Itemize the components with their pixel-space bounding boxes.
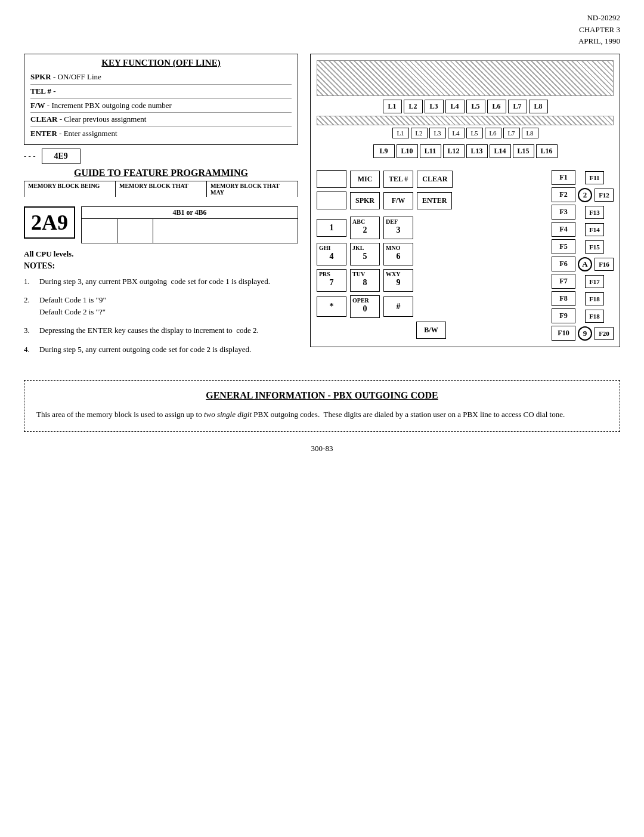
clear-btn[interactable]: CLEAR: [417, 171, 453, 188]
f7-btn[interactable]: F7: [552, 274, 575, 289]
f20-btn[interactable]: F20: [595, 327, 614, 340]
mic-btn[interactable]: MIC: [350, 171, 380, 188]
f9-row: F9 F18: [552, 308, 614, 323]
notes-list: 1. During step 3, any current PBX outgoi…: [24, 276, 298, 356]
l14-btn[interactable]: L14: [490, 144, 511, 158]
general-info-box: GENERAL INFORMATION - PBX OUTGOING CODE …: [24, 380, 620, 431]
l1-btn[interactable]: L1: [383, 100, 402, 113]
l8-btn[interactable]: L8: [529, 100, 548, 113]
kf-key-tel: TEL # -: [30, 87, 56, 95]
hatch-row-mid: [317, 116, 614, 125]
kf-desc-spkr: ON/OFF Line: [58, 72, 101, 81]
note-2-text: Default Code 1 is "9"Default Code 2 is "…: [39, 294, 106, 317]
key-0[interactable]: OPER 0: [350, 295, 380, 318]
display-dashes: - - -: [24, 152, 36, 161]
key-8[interactable]: TUV 8: [350, 269, 380, 292]
keypad-num-row-2: GHI 4 JKL 5 MNO 6: [317, 243, 546, 265]
f-keys-panel: F1 F11 F2 2 F12 F3: [552, 170, 614, 341]
kf-key-clear: CLEAR: [30, 115, 58, 123]
general-info-title: GENERAL INFORMATION - PBX OUTGOING CODE: [36, 390, 608, 401]
key-5-letters: JKL: [352, 245, 364, 251]
f6-btn[interactable]: F6: [552, 257, 575, 271]
f6-row: F6 A F16: [552, 257, 614, 271]
key-4[interactable]: GHI 4: [317, 243, 346, 265]
small-l4-btn[interactable]: L4: [448, 128, 465, 138]
key-6[interactable]: MNO 6: [383, 243, 413, 265]
tel-hash-btn[interactable]: TEL #: [383, 171, 413, 188]
kf-sep-enter: -: [59, 129, 64, 138]
note-4: 4. During step 5, any current outgoing c…: [24, 344, 298, 356]
f17-btn[interactable]: F17: [585, 275, 604, 288]
l2-btn[interactable]: L2: [404, 100, 423, 113]
l16-btn[interactable]: L16: [536, 144, 558, 158]
f9-btn[interactable]: F9: [552, 308, 575, 323]
key-7[interactable]: PRS 7: [317, 269, 346, 292]
f7-row: F7 F17: [552, 274, 614, 289]
keypad-num-row-4: * OPER 0 #: [317, 295, 546, 318]
block-data-rows: [82, 219, 298, 243]
small-l1-btn[interactable]: L1: [392, 128, 409, 138]
spkr-btn[interactable]: SPKR: [350, 192, 380, 209]
l13-btn[interactable]: L13: [466, 144, 488, 158]
key-4-digit: 4: [317, 252, 346, 261]
l4-btn[interactable]: L4: [445, 100, 465, 113]
l12-btn[interactable]: L12: [443, 144, 465, 158]
l6-btn[interactable]: L6: [487, 100, 506, 113]
key-0-letters: OPER: [352, 297, 369, 304]
doc-number: ND-20292: [578, 12, 620, 24]
l15-btn[interactable]: L15: [513, 144, 534, 158]
f3-btn[interactable]: F3: [552, 205, 575, 220]
fw-btn[interactable]: F/W: [383, 192, 413, 209]
key-5[interactable]: JKL 5: [350, 243, 380, 265]
f1-btn[interactable]: F1: [552, 170, 575, 185]
small-l8-btn[interactable]: L8: [522, 128, 538, 138]
key-star[interactable]: *: [317, 296, 346, 317]
block-col-2: [117, 219, 153, 243]
f6-badge: A: [578, 257, 592, 271]
l7-btn[interactable]: L7: [508, 100, 527, 113]
f18-btn[interactable]: F18: [585, 292, 604, 305]
small-l6-btn[interactable]: L6: [485, 128, 501, 138]
key-5-digit: 5: [351, 252, 379, 261]
f2-btn[interactable]: F2: [552, 187, 575, 202]
key-2[interactable]: ABC 2: [350, 217, 380, 239]
kf-desc-enter: Enter assignment: [64, 129, 117, 138]
l5-btn[interactable]: L5: [466, 100, 485, 113]
f5-row: F5 F15: [552, 239, 614, 254]
key-7-letters: PRS: [319, 271, 330, 277]
f5-btn[interactable]: F5: [552, 239, 575, 254]
key-4-letters: GHI: [319, 245, 330, 251]
key-1[interactable]: 1: [317, 219, 346, 237]
f8-btn[interactable]: F8: [552, 291, 575, 306]
f15-btn[interactable]: F15: [585, 240, 604, 254]
l3-btn[interactable]: L3: [425, 100, 444, 113]
f13-btn[interactable]: F13: [585, 206, 604, 219]
f4-btn[interactable]: F4: [552, 222, 575, 237]
small-l5-btn[interactable]: L5: [466, 128, 483, 138]
key-3[interactable]: DEF 3: [383, 217, 413, 239]
note-2-num: 2.: [24, 294, 35, 317]
small-l7-btn[interactable]: L7: [503, 128, 520, 138]
small-l2-btn[interactable]: L2: [411, 128, 428, 138]
f10-btn[interactable]: F10: [552, 326, 575, 341]
l11-btn[interactable]: L11: [420, 144, 441, 158]
l9-btn[interactable]: L9: [373, 144, 395, 158]
kf-key-enter: ENTER: [30, 129, 57, 138]
note-1: 1. During step 3, any current PBX outgoi…: [24, 276, 298, 288]
kf-desc-fw: Increment PBX outgoing code number: [51, 101, 171, 110]
small-l3-btn[interactable]: L3: [429, 128, 446, 138]
f18b-btn[interactable]: F18: [585, 310, 604, 323]
hatch-area-top: [317, 60, 614, 96]
f11-btn[interactable]: F11: [585, 171, 604, 184]
f16-btn[interactable]: F16: [595, 258, 614, 271]
key-9[interactable]: WXY 9: [383, 269, 413, 292]
kf-row-tel: TEL # -: [30, 85, 292, 99]
f14-btn[interactable]: F14: [585, 223, 604, 236]
bw-btn[interactable]: B/W: [416, 322, 446, 339]
note-1-num: 1.: [24, 276, 35, 288]
key-hash[interactable]: #: [383, 296, 413, 317]
f12-btn[interactable]: F12: [595, 189, 614, 202]
l10-btn[interactable]: L10: [397, 144, 418, 158]
enter-btn[interactable]: ENTER: [417, 192, 452, 209]
kf-key-fw: F/W: [30, 101, 45, 110]
